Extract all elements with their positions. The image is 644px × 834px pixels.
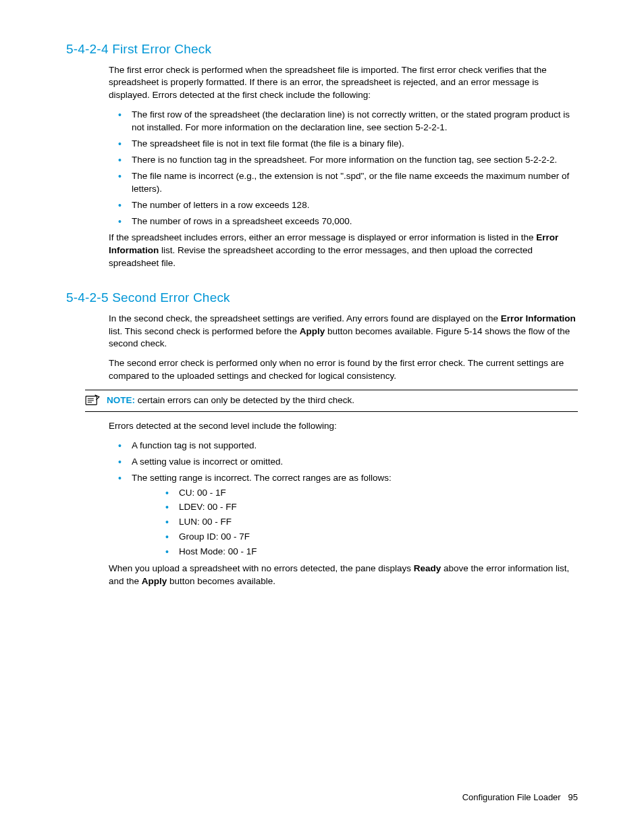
note-icon xyxy=(85,394,100,407)
list-item: The first row of the spreadsheet (the de… xyxy=(109,109,578,134)
list-item: Host Mode: 00 - 1F xyxy=(132,546,578,558)
section-heading-5-4-2-4: 5-4-2-4 First Error Check xyxy=(66,41,578,59)
note-text: NOTE: certain errors can only be detecte… xyxy=(107,394,578,407)
list-item: There is no function tag in the spreadsh… xyxy=(109,154,578,167)
note-block: NOTE: certain errors can only be detecte… xyxy=(85,390,578,412)
section2-list: A function tag is not supported. A setti… xyxy=(109,440,578,558)
list-item: The file name is incorrect (e.g., the ex… xyxy=(109,170,578,196)
section1-after: If the spreadsheet includes errors, eith… xyxy=(109,232,578,270)
list-item: The number of rows in a spreadsheet exce… xyxy=(109,215,578,228)
section-heading-5-4-2-5: 5-4-2-5 Second Error Check xyxy=(66,289,578,307)
section1-intro: The first error check is performed when … xyxy=(109,64,578,103)
section2-p3: Errors detected at the second level incl… xyxy=(109,420,578,433)
section1-list: The first row of the spreadsheet (the de… xyxy=(109,109,578,228)
list-item: The spreadsheet file is not in text file… xyxy=(109,138,578,151)
list-item: CU: 00 - 1F xyxy=(132,487,578,500)
list-item: The setting range is incorrect. The corr… xyxy=(109,472,578,558)
section2-p1: In the second check, the spreadsheet set… xyxy=(109,313,578,351)
section2-p2: The second error check is performed only… xyxy=(109,357,578,383)
footer-title: Configuration File Loader xyxy=(462,792,561,802)
list-item: Group ID: 00 - 7F xyxy=(132,531,578,544)
page-footer: Configuration File Loader 95 xyxy=(462,791,578,804)
footer-page-number: 95 xyxy=(568,792,578,802)
section2-p4: When you upload a spreadsheet with no er… xyxy=(109,563,578,588)
list-item: LDEV: 00 - FF xyxy=(132,501,578,514)
list-item: A setting value is incorrect or omitted. xyxy=(109,456,578,469)
section2-sublist: CU: 00 - 1F LDEV: 00 - FF LUN: 00 - FF G… xyxy=(132,487,578,558)
list-item: LUN: 00 - FF xyxy=(132,516,578,529)
list-item: A function tag is not supported. xyxy=(109,440,578,452)
list-item: The number of letters in a row exceeds 1… xyxy=(109,199,578,212)
